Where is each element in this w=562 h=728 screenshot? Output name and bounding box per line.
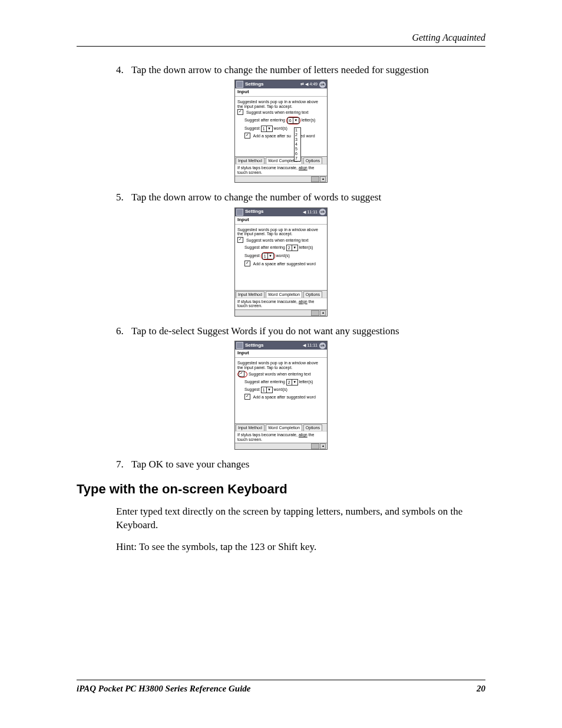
words-dropdown[interactable]: 1▼ — [261, 126, 273, 132]
screenshot-words-dropdown: Settings ◀︎ 11:11 ok Input Suggested wor… — [234, 207, 328, 317]
chevron-down-icon[interactable]: ▼ — [267, 253, 273, 259]
chevron-down-icon[interactable]: ▼ — [292, 380, 297, 385]
letters-dropdown-highlight: 6▼ — [286, 117, 300, 124]
align-link[interactable]: align — [299, 166, 308, 170]
footer-rule — [77, 680, 485, 680]
step-5-text: Tap the down arrow to change the number … — [131, 192, 381, 203]
ppc-desc: Suggested words pop up in a window above… — [237, 228, 325, 236]
tab-options[interactable]: Options — [303, 424, 322, 431]
ppc-tabs: Input Method Word Completion Options — [235, 290, 327, 298]
keyboard-icon[interactable] — [311, 310, 319, 316]
suggest-after-unit: letter(s) — [299, 245, 313, 249]
ok-button[interactable]: ok — [319, 342, 326, 349]
step-5: 5. Tap the down arrow to change the numb… — [116, 191, 485, 203]
letters-option[interactable]: 6 — [295, 151, 300, 156]
align-hint: If stylus taps become inaccurate, align … — [235, 431, 327, 443]
start-icon[interactable] — [236, 209, 243, 216]
chevron-down-icon[interactable]: ▼ — [293, 118, 299, 123]
step-4-num: 4. — [116, 64, 129, 76]
suggest-count-unit: word(s) — [274, 127, 287, 131]
words-dropdown[interactable]: 1▼ — [261, 387, 273, 393]
suggest-count-label: Suggest — [244, 127, 260, 131]
letters-option[interactable]: 1 — [295, 128, 300, 133]
chevron-down-icon[interactable]: ▼ — [266, 126, 272, 131]
suggest-count-label: Suggest — [244, 253, 260, 258]
sip-up-arrow-icon[interactable]: ▴ — [320, 310, 326, 316]
speaker-icon: ◀︎ — [303, 210, 306, 215]
suggest-words-label: Suggest words when entering text — [246, 110, 308, 114]
suggest-words-label: Suggest words when entering text — [246, 238, 308, 242]
tab-input-method[interactable]: Input Method — [236, 424, 265, 431]
add-space-label: Add a space after suggested word — [253, 395, 316, 399]
add-space-label: Add a space after suggested word — [253, 262, 316, 266]
tab-options[interactable]: Options — [303, 291, 322, 298]
add-space-checkbox[interactable] — [244, 133, 250, 139]
status-clock: ⇄ ◀︎ 4:49 — [300, 82, 318, 87]
suggest-after-unit: letter(s) — [302, 118, 316, 123]
align-link[interactable]: align — [299, 299, 308, 304]
tab-options[interactable]: Options — [303, 157, 322, 164]
tab-word-completion[interactable]: Word Completion — [266, 291, 302, 298]
step-7-num: 7. — [116, 458, 129, 470]
keyboard-icon[interactable] — [311, 176, 319, 182]
start-icon[interactable] — [236, 342, 243, 349]
add-space-checkbox[interactable] — [244, 394, 250, 400]
suggest-words-checkbox[interactable] — [237, 109, 243, 115]
tab-word-completion[interactable]: Word Completion — [266, 424, 302, 431]
align-hint: If stylus taps become inaccurate, align … — [235, 298, 327, 309]
words-dropdown[interactable]: 1▼ — [262, 253, 274, 259]
add-space-checkbox[interactable] — [244, 261, 250, 266]
letters-option[interactable]: 2 — [295, 133, 300, 137]
ppc-titlebar: Settings ◀︎ 11:11 ok — [235, 208, 327, 216]
step-5-num: 5. — [116, 191, 129, 203]
status-clock: ◀︎ 11:11 — [303, 343, 318, 348]
letters-dropdown[interactable]: 6▼ — [287, 117, 299, 124]
letters-dropdown[interactable]: 2▼ — [286, 379, 298, 386]
ppc-titlebar: Settings ◀︎ 11:11 ok — [235, 341, 327, 350]
letters-option[interactable]: 4 — [295, 142, 300, 147]
screenshot-letters-dropdown: Settings ⇄ ◀︎ 4:49 ok Input Suggested wo… — [234, 80, 328, 183]
suggest-words-checkbox[interactable] — [239, 371, 244, 377]
ppc-tabs: Input Method Word Completion Options — [235, 156, 327, 164]
keyboard-icon[interactable] — [311, 443, 319, 449]
tab-input-method[interactable]: Input Method — [236, 291, 265, 298]
ok-button[interactable]: ok — [319, 209, 326, 215]
suggest-count-unit: word(s) — [276, 253, 290, 258]
sip-bar: ▴ — [235, 443, 327, 449]
ppc-desc: Suggested words pop up in a window above… — [237, 361, 325, 370]
suggest-words-checkbox[interactable] — [237, 237, 243, 243]
screenshot-deselect-suggest: Settings ◀︎ 11:11 ok Input Suggested wor… — [234, 341, 328, 450]
letters-option[interactable]: 5 — [295, 147, 300, 151]
suggest-after-label: Suggest after entering — [244, 380, 285, 384]
suggest-count-label: Suggest — [244, 388, 260, 392]
body-paragraph-1: Enter typed text directly on the screen … — [116, 505, 485, 532]
ppc-titlebar: Settings ⇄ ◀︎ 4:49 ok — [235, 80, 327, 88]
start-icon[interactable] — [236, 81, 243, 88]
add-space-label-trunc-pre: Add a space after su — [253, 134, 291, 138]
ppc-desc: Suggested words pop up in a window above… — [237, 100, 325, 108]
step-7-text: Tap OK to save your changes — [131, 459, 249, 470]
sip-bar: ▴ — [235, 176, 327, 182]
running-header: Getting Acquainted — [412, 32, 485, 43]
sip-up-arrow-icon[interactable]: ▴ — [320, 176, 326, 182]
letters-option[interactable]: 7 — [295, 156, 300, 161]
ok-button[interactable]: ok — [319, 81, 326, 88]
speaker-icon: ◀︎ — [305, 82, 308, 87]
suggest-after-label: Suggest after entering — [244, 245, 285, 249]
header-rule — [77, 46, 485, 47]
status-clock: ◀︎ 11:11 — [303, 210, 318, 215]
letters-dropdown[interactable]: 2▼ — [286, 245, 298, 251]
body-paragraph-2: Hint: To see the symbols, tap the 123 or… — [116, 541, 485, 554]
footer-guide-title: iPAQ Pocket PC H3800 Series Reference Gu… — [77, 684, 251, 694]
chevron-down-icon[interactable]: ▼ — [266, 387, 272, 393]
align-link[interactable]: align — [299, 433, 308, 437]
connectivity-icon: ⇄ — [300, 82, 304, 87]
section-heading: Type with the on-screen Keyboard — [77, 482, 485, 497]
chevron-down-icon[interactable]: ▼ — [292, 245, 297, 251]
tab-input-method[interactable]: Input Method — [236, 157, 265, 164]
letters-dropdown-list[interactable]: 1 2 3 4 5 6 7 — [294, 127, 301, 162]
ppc-title: Settings — [245, 343, 264, 348]
sip-up-arrow-icon[interactable]: ▴ — [320, 443, 326, 449]
speaker-icon: ◀︎ — [303, 343, 306, 348]
letters-option[interactable]: 3 — [295, 137, 300, 142]
